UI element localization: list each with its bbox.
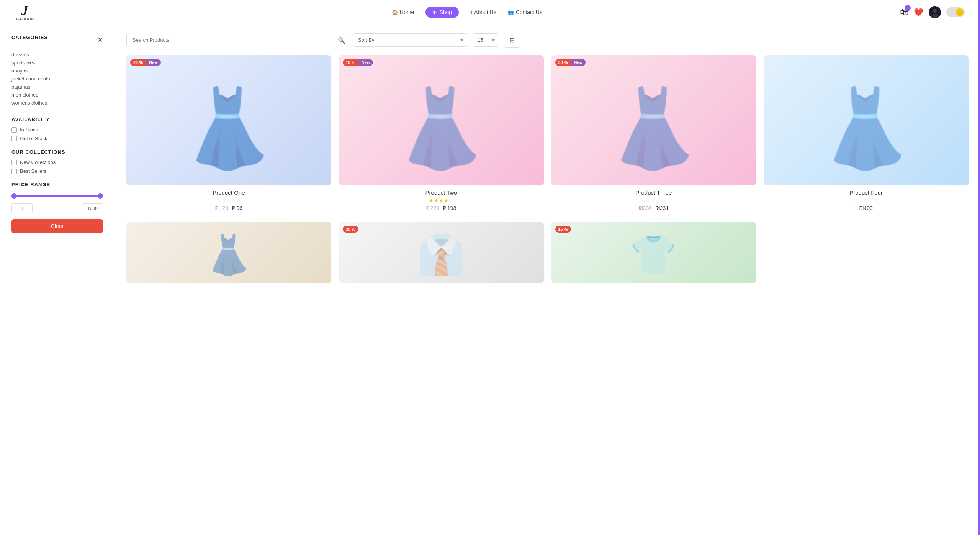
slider-handle-right[interactable]: [98, 193, 103, 199]
product-card-5[interactable]: 👗: [126, 222, 331, 283]
product-stars-2: ★★★★☆: [339, 197, 544, 203]
product-stars-1: ☆☆☆☆☆: [126, 197, 331, 203]
new-badge-2: New: [358, 59, 373, 66]
product-image-1: 20 % New 👗: [126, 55, 331, 185]
header-actions: 🛍 3 ❤️: [900, 6, 965, 18]
product-price-3: ₪330 ₪231: [551, 205, 756, 211]
product-grid-bottom: 👗 20 % 👔 15 % 👕: [126, 222, 969, 283]
product-card-4[interactable]: 👗 Product Four ☆☆☆☆☆ ₪400: [764, 55, 969, 214]
product-image-5: 👗: [126, 222, 331, 283]
category-abayas[interactable]: abayas: [11, 67, 103, 75]
best-sellers-label: Best Sellers: [20, 168, 46, 174]
product-image-3: 30 % New 👗: [551, 55, 756, 185]
collection-new[interactable]: New Collections: [11, 159, 103, 165]
availability-in-stock[interactable]: In Stock: [11, 127, 103, 133]
product-image-2: 10 % New 👗: [339, 55, 544, 185]
best-sellers-checkbox[interactable]: [11, 169, 17, 174]
logo[interactable]: J JANJOON: [15, 3, 34, 21]
filter-button[interactable]: ⊟: [504, 33, 520, 48]
discount-badge-7: 15 %: [555, 226, 571, 233]
product-card-6[interactable]: 20 % 👔: [339, 222, 544, 283]
contact-icon: 👥: [508, 10, 514, 15]
availability-out-of-stock[interactable]: Out of Stock: [11, 136, 103, 141]
price-old-1: ₪120: [215, 205, 228, 211]
product-silhouette-5: 👗: [126, 222, 331, 283]
product-card-2[interactable]: 10 % New 👗 Product Two ★★★★☆ ₪220 ₪198: [339, 55, 544, 214]
avatar-image: [929, 6, 941, 18]
product-name-4: Product Four: [764, 189, 969, 196]
slider-handle-left[interactable]: [11, 193, 17, 199]
collection-best-sellers[interactable]: Best Sellers: [11, 168, 103, 174]
shop-icon: 🛍: [432, 10, 437, 15]
svg-point-2: [931, 14, 938, 18]
nav-shop-label: Shop: [439, 9, 452, 15]
nav-about[interactable]: ℹ About Us: [470, 9, 496, 15]
sort-select[interactable]: Sort By Price: Low to High Price: High t…: [353, 33, 468, 47]
price-range-wrap: [11, 192, 103, 213]
price-inputs: [11, 203, 103, 213]
category-sports-wear[interactable]: sports wear: [11, 59, 103, 67]
nav-shop[interactable]: 🛍 Shop: [425, 7, 459, 18]
product-silhouette-1: 👗: [126, 55, 331, 185]
collections-section: OUR COLLECTIONS New Collections Best Sel…: [11, 149, 103, 174]
per-page-select[interactable]: 15 30 60: [473, 33, 499, 47]
product-card-7[interactable]: 15 % 👕: [551, 222, 756, 283]
price-min-input[interactable]: [11, 203, 33, 213]
new-badge-3: New: [571, 59, 586, 66]
product-silhouette-2: 👗: [339, 55, 544, 185]
filter-icon: ⊟: [510, 37, 515, 43]
product-card-1[interactable]: 20 % New 👗 Product One ☆☆☆☆☆ ₪120 ₪96: [126, 55, 331, 214]
purple-border: [978, 0, 980, 535]
product-silhouette-3: 👗: [551, 55, 756, 185]
price-new-3: ₪231: [656, 205, 669, 211]
out-of-stock-checkbox[interactable]: [11, 136, 17, 141]
nav-home-label: Home: [400, 9, 414, 15]
nav-contact[interactable]: 👥 Contact Us: [508, 9, 542, 15]
discount-badge-3: 30 %: [555, 59, 571, 66]
out-of-stock-label: Out of Stock: [20, 136, 47, 141]
info-icon: ℹ: [470, 10, 472, 15]
product-name-2: Product Two: [339, 189, 544, 196]
category-dresses[interactable]: dresses: [11, 51, 103, 59]
product-name-1: Product One: [126, 189, 331, 196]
new-collections-checkbox[interactable]: [11, 160, 17, 165]
category-womens-clothes[interactable]: womens clothes: [11, 99, 103, 107]
cart-button[interactable]: 🛍 3: [900, 7, 908, 17]
wishlist-button[interactable]: ❤️: [914, 8, 923, 17]
sidebar-close-button[interactable]: ✕: [97, 36, 103, 44]
product-badge-3: 30 % New: [555, 59, 586, 66]
sidebar: CATEGORIES ✕ dresses sports wear abayas …: [0, 25, 115, 535]
category-pajamas[interactable]: pajamas: [11, 83, 103, 91]
categories-title: CATEGORIES: [11, 34, 48, 40]
price-old-2: ₪220: [426, 205, 439, 211]
category-jackets-coats[interactable]: jackets and coats: [11, 75, 103, 83]
price-new-1: ₪96: [232, 205, 242, 211]
collections-title: OUR COLLECTIONS: [11, 149, 103, 155]
in-stock-checkbox[interactable]: [11, 127, 17, 133]
product-silhouette-6: 👔: [339, 222, 544, 283]
product-badge-1: 20 % New: [130, 59, 161, 66]
price-range-section: PRICE RANGE Clear: [11, 182, 103, 233]
product-image-6: 20 % 👔: [339, 222, 544, 283]
theme-toggle[interactable]: [946, 7, 965, 17]
search-input[interactable]: [126, 33, 348, 47]
in-stock-label: In Stock: [20, 127, 38, 133]
category-men-clothes[interactable]: men clothes: [11, 91, 103, 99]
price-range-title: PRICE RANGE: [11, 182, 103, 187]
price-max-input[interactable]: [82, 203, 103, 213]
avatar[interactable]: [929, 6, 941, 18]
slider-track: [11, 195, 103, 197]
nav-about-label: About Us: [474, 9, 496, 15]
svg-point-1: [933, 9, 937, 13]
nav-contact-label: Contact Us: [516, 9, 542, 15]
nav-home[interactable]: 🏠 Home: [392, 9, 414, 15]
clear-button[interactable]: Clear: [11, 219, 103, 233]
price-slider[interactable]: [11, 192, 103, 200]
price-new-2: ₪198: [443, 205, 456, 211]
product-image-7: 15 % 👕: [551, 222, 756, 283]
product-stars-4: ☆☆☆☆☆: [764, 197, 969, 203]
search-button[interactable]: 🔍: [338, 36, 345, 44]
product-card-3[interactable]: 30 % New 👗 Product Three ☆☆☆☆☆ ₪330 ₪231: [551, 55, 756, 214]
toolbar: 🔍 Sort By Price: Low to High Price: High…: [126, 33, 969, 48]
product-badge-7: 15 %: [555, 226, 571, 233]
